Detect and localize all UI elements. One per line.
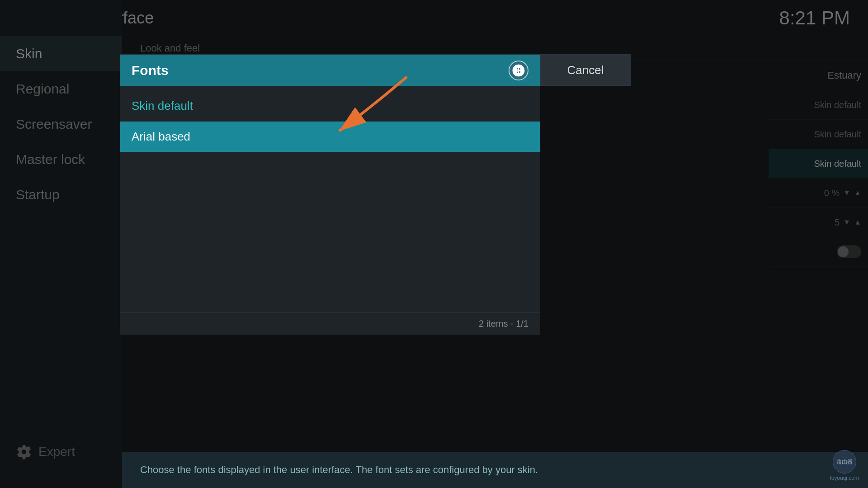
watermark-circle: 路由器 [833, 450, 856, 474]
watermark-url: luyouqi.com [830, 475, 859, 481]
modal-header: Fonts [120, 55, 540, 86]
items-count: 2 items - 1/1 [479, 319, 528, 329]
modal-title: Fonts [132, 63, 169, 78]
bottom-bar: Choose the fonts displayed in the user i… [122, 452, 868, 488]
kodi-icon [511, 63, 526, 78]
modal-footer: 2 items - 1/1 [120, 312, 540, 335]
font-option-arial-based[interactable]: Arial based [120, 122, 540, 152]
cancel-panel: Cancel [540, 54, 631, 86]
help-text: Choose the fonts displayed in the user i… [140, 464, 538, 476]
fonts-dialog: Fonts Skin default Arial based 2 items -… [120, 54, 540, 335]
font-options-list: Skin default Arial based [120, 86, 540, 312]
cancel-button[interactable]: Cancel [541, 55, 630, 85]
modal-close-button[interactable] [509, 61, 528, 80]
watermark: 路由器 luyouqi.com [830, 450, 859, 481]
font-option-skin-default[interactable]: Skin default [120, 91, 540, 122]
